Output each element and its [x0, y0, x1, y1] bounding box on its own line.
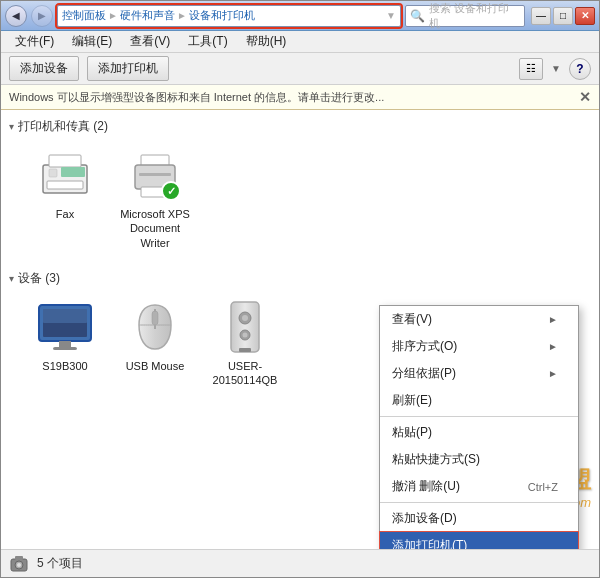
monitor-label: S19B300 [42, 359, 87, 373]
ctx-add-device[interactable]: 添加设备(D) [380, 505, 578, 532]
ctx-refresh[interactable]: 刷新(E) [380, 387, 578, 414]
ctx-paste-shortcut[interactable]: 粘贴快捷方式(S) [380, 446, 578, 473]
svg-rect-27 [15, 556, 23, 560]
info-close-button[interactable]: ✕ [579, 89, 591, 105]
ctx-paste[interactable]: 粘贴(P) [380, 419, 578, 446]
search-icon: 🔍 [410, 9, 425, 23]
maximize-button[interactable]: □ [553, 7, 573, 25]
status-camera-icon [9, 554, 29, 574]
hdd-label: USER-20150114QB [209, 359, 281, 388]
hdd-icon [217, 299, 273, 355]
ctx-add-printer[interactable]: 添加打印机(T) [380, 532, 578, 549]
device-mouse[interactable]: USB Mouse [115, 295, 195, 392]
close-button[interactable]: ✕ [575, 7, 595, 25]
printers-grid: Fax [9, 143, 591, 254]
title-bar: ◀ ▶ 控制面板 ► 硬件和声音 ► 设备和打印机 ▼ 🔍 搜索 设备和打印机 … [1, 1, 599, 31]
svg-rect-1 [49, 155, 81, 167]
svg-rect-4 [61, 167, 85, 177]
svg-rect-3 [49, 169, 57, 177]
menu-view[interactable]: 查看(V) [122, 31, 178, 52]
view-toggle-button[interactable]: ☷ [519, 58, 543, 80]
svg-rect-2 [47, 181, 83, 189]
ctx-sep-2 [380, 502, 578, 503]
help-button[interactable]: ? [569, 58, 591, 80]
xps-printer-label: Microsoft XPS Document Writer [119, 207, 191, 250]
svg-rect-14 [59, 341, 71, 347]
devices-section-title: 设备 (3) [9, 270, 591, 287]
search-bar[interactable]: 🔍 搜索 设备和打印机 [405, 5, 525, 27]
address-part-1[interactable]: 控制面板 [62, 8, 106, 23]
menu-file[interactable]: 文件(F) [7, 31, 62, 52]
device-hdd[interactable]: USER-20150114QB [205, 295, 285, 392]
monitor-icon [37, 299, 93, 355]
info-text: Windows 可以显示增强型设备图标和来自 Internet 的信息。请单击进… [9, 90, 384, 105]
svg-text:✓: ✓ [167, 185, 176, 197]
xps-printer-icon: ✓ [127, 147, 183, 203]
menu-tools[interactable]: 工具(T) [180, 31, 235, 52]
svg-rect-13 [43, 309, 87, 323]
svg-rect-18 [231, 302, 259, 352]
fax-icon [37, 147, 93, 203]
address-part-2[interactable]: 硬件和声音 [120, 8, 175, 23]
svg-point-22 [243, 332, 248, 337]
menu-help[interactable]: 帮助(H) [238, 31, 295, 52]
main-content: 打印机和传真 (2) [1, 110, 599, 549]
svg-point-20 [242, 315, 248, 321]
device-xps-printer[interactable]: ✓ Microsoft XPS Document Writer [115, 143, 195, 254]
svg-rect-7 [139, 173, 171, 176]
info-bar: Windows 可以显示增强型设备图标和来自 Internet 的信息。请单击进… [1, 85, 599, 110]
ctx-group[interactable]: 分组依据(P) ► [380, 360, 578, 387]
forward-button[interactable]: ▶ [31, 5, 53, 27]
minimize-button[interactable]: — [531, 7, 551, 25]
search-placeholder: 搜索 设备和打印机 [429, 1, 520, 31]
mouse-label: USB Mouse [126, 359, 185, 373]
ctx-sort[interactable]: 排序方式(O) ► [380, 333, 578, 360]
printers-section-title: 打印机和传真 (2) [9, 118, 591, 135]
view-dropdown-icon[interactable]: ▼ [551, 63, 561, 74]
ctx-view[interactable]: 查看(V) ► [380, 306, 578, 333]
address-dropdown-icon[interactable]: ▼ [386, 10, 396, 21]
main-window: ◀ ▶ 控制面板 ► 硬件和声音 ► 设备和打印机 ▼ 🔍 搜索 设备和打印机 … [0, 0, 600, 578]
context-menu: 查看(V) ► 排序方式(O) ► 分组依据(P) ► 刷新(E) 粘贴(P) … [379, 305, 579, 549]
ctx-sep-1 [380, 416, 578, 417]
ctx-undo[interactable]: 撤消 删除(U) Ctrl+Z [380, 473, 578, 500]
back-button[interactable]: ◀ [5, 5, 27, 27]
svg-rect-23 [239, 348, 251, 352]
add-device-button[interactable]: 添加设备 [9, 56, 79, 81]
device-fax[interactable]: Fax [25, 143, 105, 254]
address-part-3[interactable]: 设备和打印机 [189, 8, 255, 23]
add-printer-button[interactable]: 添加打印机 [87, 56, 169, 81]
mouse-icon [127, 299, 183, 355]
address-bar[interactable]: 控制面板 ► 硬件和声音 ► 设备和打印机 ▼ [57, 5, 401, 27]
title-bar-left: ◀ ▶ 控制面板 ► 硬件和声音 ► 设备和打印机 ▼ 🔍 搜索 设备和打印机 [5, 5, 525, 27]
toolbar: 添加设备 添加打印机 ☷ ▼ ? [1, 53, 599, 85]
svg-rect-15 [53, 347, 77, 350]
device-monitor[interactable]: S19B300 [25, 295, 105, 392]
menu-bar: 文件(F) 编辑(E) 查看(V) 工具(T) 帮助(H) [1, 31, 599, 53]
status-count: 5 个项目 [37, 555, 83, 572]
fax-label: Fax [56, 207, 74, 221]
status-bar: 5 个项目 [1, 549, 599, 577]
menu-edit[interactable]: 编辑(E) [64, 31, 120, 52]
svg-point-26 [17, 563, 21, 567]
window-controls: — □ ✕ [531, 7, 595, 25]
svg-rect-17 [152, 311, 158, 325]
